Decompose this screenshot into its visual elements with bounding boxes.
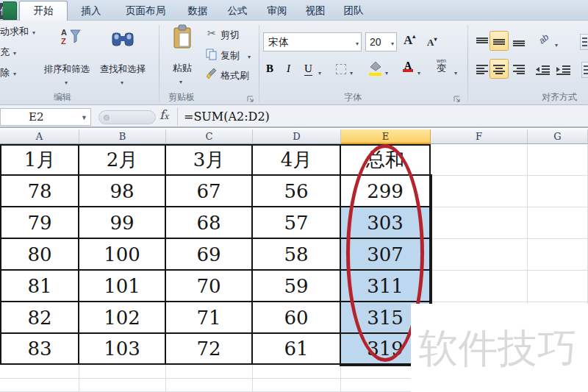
- chevron-down-icon[interactable]: [318, 68, 321, 77]
- clipboard-dialog-launcher-icon[interactable]: [247, 93, 254, 100]
- tab-formulas[interactable]: 公式: [219, 3, 256, 19]
- chevron-down-icon[interactable]: [179, 76, 182, 86]
- chevron-down-icon[interactable]: [391, 38, 394, 48]
- merge-center-icon[interactable]: [581, 62, 588, 78]
- column-header-e-selected[interactable]: E: [341, 129, 431, 144]
- cell-d1[interactable]: 4月: [253, 144, 341, 176]
- bold-button[interactable]: B: [266, 63, 273, 75]
- cell-b8[interactable]: [79, 365, 166, 379]
- cell-d2[interactable]: 56: [253, 176, 341, 207]
- tab-home[interactable]: 开始: [19, 1, 68, 21]
- find-select-button[interactable]: 查找和选择: [99, 63, 146, 76]
- increase-indent-icon[interactable]: [556, 65, 570, 78]
- grow-font-button[interactable]: A▴: [404, 33, 415, 48]
- chevron-down-icon[interactable]: [350, 68, 353, 77]
- cell-a7[interactable]: 83: [0, 334, 79, 365]
- cell-e4[interactable]: 307: [341, 239, 431, 271]
- column-header-b[interactable]: B: [79, 129, 166, 144]
- align-center-icon[interactable]: [493, 65, 506, 78]
- tab-page-layout[interactable]: 页面布局: [115, 3, 176, 19]
- formula-bar-splitter[interactable]: [98, 110, 156, 124]
- column-header-g[interactable]: G: [528, 129, 588, 144]
- autosum-button[interactable]: 动求和: [0, 25, 35, 38]
- cell-b1[interactable]: 2月: [79, 144, 166, 176]
- cell-b7[interactable]: 103: [79, 334, 166, 365]
- cell-f2[interactable]: [431, 176, 528, 207]
- cell-f1[interactable]: [431, 144, 528, 176]
- fill-button[interactable]: 充: [0, 46, 16, 59]
- cell-f5[interactable]: [431, 271, 528, 302]
- font-size-combobox[interactable]: 20: [365, 32, 397, 51]
- cell-a3[interactable]: 79: [0, 207, 79, 239]
- clear-button[interactable]: 除: [0, 66, 16, 79]
- cell-b6[interactable]: 102: [79, 302, 166, 334]
- chevron-down-icon[interactable]: [29, 26, 35, 37]
- column-header-d[interactable]: D: [253, 129, 341, 144]
- chevron-down-icon[interactable]: [417, 68, 420, 77]
- cell-d8[interactable]: [253, 365, 341, 379]
- name-box[interactable]: E2: [0, 108, 91, 126]
- tab-data[interactable]: 数据: [179, 3, 216, 19]
- chevron-down-icon[interactable]: [555, 40, 558, 49]
- tab-review[interactable]: 审阅: [259, 3, 295, 19]
- align-bottom-icon[interactable]: [513, 37, 526, 50]
- name-box-dropdown-icon[interactable]: ▼: [81, 114, 87, 121]
- chevron-down-icon[interactable]: [10, 67, 16, 78]
- fill-color-icon[interactable]: [369, 61, 382, 76]
- column-header-c[interactable]: C: [166, 129, 253, 144]
- wrap-text-icon[interactable]: [580, 34, 588, 50]
- cell-a1[interactable]: 1月: [0, 144, 79, 176]
- align-right-icon[interactable]: [513, 65, 526, 78]
- cell-c3[interactable]: 68: [166, 207, 253, 239]
- cell-c8[interactable]: [166, 365, 253, 379]
- cell-e2-active[interactable]: 299: [341, 176, 431, 207]
- cell-b5[interactable]: 101: [79, 271, 166, 302]
- cell-e3[interactable]: 303: [341, 207, 431, 239]
- cell-a5[interactable]: 81: [0, 271, 79, 302]
- borders-icon[interactable]: [336, 64, 346, 74]
- cell-c4[interactable]: 69: [166, 239, 253, 271]
- cell-d3[interactable]: 57: [253, 207, 341, 239]
- chevron-down-icon[interactable]: [121, 77, 123, 87]
- cell-a9[interactable]: [0, 379, 79, 392]
- tab-team[interactable]: 团队: [335, 3, 372, 19]
- chevron-down-icon[interactable]: [454, 68, 457, 77]
- cell-d7[interactable]: 61: [253, 334, 341, 365]
- cell-g1[interactable]: [528, 144, 588, 176]
- chevron-down-icon[interactable]: [65, 77, 68, 87]
- cell-f4[interactable]: [431, 239, 528, 271]
- cell-b3[interactable]: 99: [79, 207, 166, 239]
- cell-a4[interactable]: 80: [0, 239, 79, 271]
- align-middle-icon[interactable]: [493, 37, 506, 50]
- tab-insert[interactable]: 插入: [71, 3, 112, 19]
- formula-input[interactable]: =SUM(A2:D2): [184, 108, 270, 126]
- cell-b9[interactable]: [79, 379, 166, 392]
- cell-a2[interactable]: 78: [0, 176, 79, 207]
- cut-button[interactable]: 剪切: [220, 29, 240, 42]
- align-top-icon[interactable]: [476, 37, 489, 50]
- tab-view[interactable]: 视图: [297, 3, 334, 19]
- underline-button[interactable]: U: [304, 63, 312, 76]
- cell-d6[interactable]: 60: [253, 302, 341, 334]
- cell-a6[interactable]: 82: [0, 302, 79, 334]
- font-name-combobox[interactable]: 宋体: [263, 32, 362, 51]
- cell-a8[interactable]: [0, 365, 79, 379]
- cell-g4[interactable]: [528, 239, 588, 271]
- cell-d5[interactable]: 59: [253, 271, 341, 302]
- sort-filter-button[interactable]: 排序和筛选: [43, 63, 90, 76]
- copy-button[interactable]: 复制: [220, 49, 240, 63]
- italic-button[interactable]: I: [287, 63, 290, 75]
- paste-button[interactable]: 粘贴: [169, 62, 196, 75]
- chevron-down-icon[interactable]: [356, 38, 359, 48]
- decrease-indent-icon[interactable]: [536, 65, 550, 78]
- cell-f3[interactable]: [431, 207, 528, 239]
- cell-e1[interactable]: 总和: [341, 144, 431, 176]
- chevron-down-icon[interactable]: [10, 46, 16, 57]
- cell-e5[interactable]: 311: [341, 271, 431, 302]
- file-tab[interactable]: [3, 1, 17, 20]
- cell-d9[interactable]: [253, 379, 341, 392]
- shrink-font-button[interactable]: A▾: [427, 36, 437, 49]
- cell-c7[interactable]: 72: [166, 334, 253, 365]
- chevron-down-icon[interactable]: [385, 68, 388, 77]
- phonetic-guide-button[interactable]: wén 变: [437, 59, 446, 73]
